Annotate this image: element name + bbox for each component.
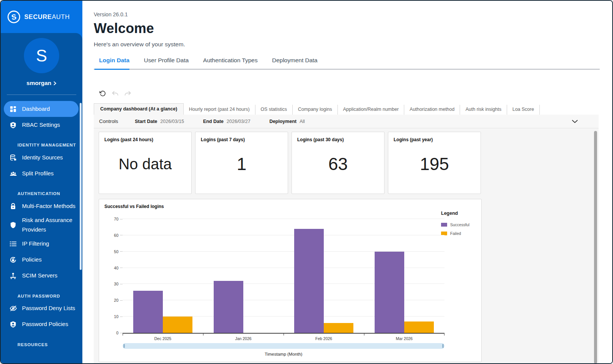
chart-card: Successful vs Failed logins Legend Succe… — [99, 199, 482, 362]
reset-button[interactable] — [99, 90, 106, 97]
sidebar-nav: Dashboard RBAC Settings IDENTITY MANAGEM… — [1, 95, 82, 347]
end-date-label: End Date — [203, 119, 224, 124]
legend-label: Failed — [450, 231, 461, 236]
plot-area: 010203040506070 — [104, 219, 476, 333]
legend-item-successful[interactable]: Successful — [441, 222, 473, 227]
sidebar-item-password-policies[interactable]: Password Policies — [1, 317, 82, 332]
start-date-value[interactable]: 2026/03/15 — [160, 119, 184, 124]
sidebar-item-label: Password Deny Lists — [22, 304, 75, 313]
y-tick-30: 30 — [114, 282, 123, 286]
controls-bar: Controls Start Date 2026/03/15 End Date … — [94, 115, 599, 128]
undo-icon — [112, 91, 118, 96]
active-tab-indicator — [95, 69, 129, 70]
server-hub-icon — [9, 272, 17, 279]
bar-successful-mar-2026 — [375, 252, 404, 333]
legend-item-failed[interactable]: Failed — [441, 231, 473, 236]
start-date-label: Start Date — [135, 119, 157, 124]
x-axis-labels: Dec 2025Jan 2026Feb 2026Mar 2026 — [123, 336, 444, 341]
y-tick-60: 60 — [114, 233, 123, 238]
chart-title: Successful vs Failed logins — [104, 204, 476, 209]
panel-vertical-scrollbar[interactable] — [594, 131, 597, 363]
subtab-os-statistics[interactable]: OS statistics — [255, 105, 293, 115]
reset-icon — [99, 90, 106, 97]
dashboard-icon — [9, 106, 17, 113]
subtab-company-dashboard[interactable]: Company dashboard (At a glance) — [94, 103, 184, 115]
shield-icon — [9, 222, 17, 228]
tab-login-data[interactable]: Login Data — [99, 57, 129, 64]
sidebar-section-auth-password: AUTH PASSWORD — [1, 294, 82, 298]
subtab-company-logins[interactable]: Company logins — [293, 105, 338, 115]
subtab-authorization-method[interactable]: Authorization method — [404, 105, 460, 115]
y-tick-20: 20 — [114, 298, 123, 303]
user-menu[interactable]: smorgan — [27, 80, 57, 87]
sidebar-item-label: Dashboard — [22, 104, 50, 114]
sidebar: S SECUREAUTH S smorgan Dashboard — [1, 1, 82, 363]
sidebar-section-identity-management: IDENTITY MANAGEMENT — [1, 143, 82, 147]
bar-failed-mar-2026 — [404, 321, 434, 333]
sidebar-item-split-profiles[interactable]: Split Profiles — [1, 165, 82, 181]
people-group-icon — [9, 170, 17, 177]
stat-card-title: Logins (past year) — [394, 137, 475, 142]
sidebar-item-policies[interactable]: Policies — [1, 252, 82, 268]
sidebar-item-label: Policies — [22, 255, 42, 265]
chevron-right-icon — [54, 81, 57, 85]
tab-authentication-types[interactable]: Authentication Types — [203, 57, 258, 64]
undo-button[interactable] — [111, 90, 119, 97]
bar-failed-dec-2025 — [163, 317, 192, 333]
lock-icon — [9, 203, 17, 210]
stat-card-title: Logins (past 7 days) — [201, 137, 282, 142]
sidebar-section-authentication: AUTHENTICATION — [1, 191, 82, 196]
version-label: Version 26.0.1 — [94, 11, 600, 17]
stat-card-value: No data — [104, 142, 186, 189]
bar-successful-feb-2026 — [294, 229, 324, 333]
user-shield-icon — [9, 321, 17, 328]
username-label: smorgan — [27, 80, 51, 87]
sidebar-item-dashboard[interactable]: Dashboard — [4, 101, 79, 117]
controls-title: Controls — [99, 118, 118, 124]
sidebar-item-label: IP Filtering — [22, 239, 49, 249]
chart-toolbar — [94, 90, 600, 97]
avatar[interactable]: S — [24, 38, 59, 73]
subtab-auth-risk-insights[interactable]: Auth risk insights — [460, 105, 507, 115]
tab-user-profile-data[interactable]: User Profile Data — [144, 57, 189, 64]
sidebar-scrollbar[interactable] — [80, 103, 82, 270]
stat-card-title: Logins (past 30 days) — [297, 137, 379, 142]
dashboard-panel: Logins (past 24 hours) No data Logins (p… — [94, 128, 599, 363]
stat-cards-row: Logins (past 24 hours) No data Logins (p… — [99, 132, 599, 194]
app-window: S SECUREAUTH S smorgan Dashboard — [0, 0, 613, 364]
bar-group-feb-2026 — [284, 219, 364, 333]
end-date-value[interactable]: 2026/03/27 — [227, 119, 251, 124]
dashboard-subtabs: Company dashboard (At a glance) Hourly r… — [94, 103, 600, 115]
x-tick-label: Mar 2026 — [364, 336, 444, 341]
subtab-application-realm-number[interactable]: Application/Realm number — [338, 105, 405, 115]
stat-card-logins-7d: Logins (past 7 days) 1 — [195, 132, 288, 194]
x-axis-title: Timestamp (Month) — [123, 352, 444, 356]
y-tick-10: 10 — [114, 314, 123, 319]
sidebar-section-resources: RESOURCES — [1, 342, 82, 347]
bar-group-dec-2025 — [123, 219, 203, 333]
subtab-loa-score[interactable]: Loa Score — [507, 105, 540, 115]
bar-group-mar-2026 — [364, 219, 444, 333]
sidebar-item-rbac-settings[interactable]: RBAC Settings — [1, 117, 82, 133]
policy-rotate-lock-icon — [9, 256, 17, 263]
x-tick-label: Feb 2026 — [284, 336, 364, 341]
tab-deployment-data[interactable]: Deployment Data — [272, 57, 318, 64]
sidebar-item-multi-factor-methods[interactable]: Multi-Factor Methods — [1, 198, 82, 214]
stat-card-value: 63 — [297, 142, 379, 189]
controls-collapse-button[interactable] — [572, 120, 578, 123]
sidebar-item-risk-assurance-providers[interactable]: Risk and Assurance Providers — [1, 214, 82, 236]
chart-horizontal-scrollbar[interactable] — [123, 343, 444, 349]
y-tick-70: 70 — [114, 217, 123, 221]
deployment-value[interactable]: All — [299, 119, 305, 124]
chevron-down-icon — [572, 120, 578, 123]
sidebar-item-ip-filtering[interactable]: IP Filtering — [1, 236, 82, 252]
sidebar-item-label: Split Profiles — [22, 169, 54, 178]
sidebar-item-password-deny-lists[interactable]: Password Deny Lists — [1, 301, 82, 317]
sidebar-item-scim-servers[interactable]: SCIM Servers — [1, 268, 82, 284]
stat-card-title: Logins (past 24 hours) — [104, 137, 186, 142]
redo-button[interactable] — [124, 90, 131, 97]
sidebar-item-identity-sources[interactable]: Identity Sources — [1, 150, 82, 165]
legend-title: Legend — [441, 211, 473, 216]
sidebar-item-label: SCIM Servers — [22, 271, 57, 280]
subtab-hourly-report[interactable]: Hourly report (past 24 hours) — [184, 105, 255, 115]
